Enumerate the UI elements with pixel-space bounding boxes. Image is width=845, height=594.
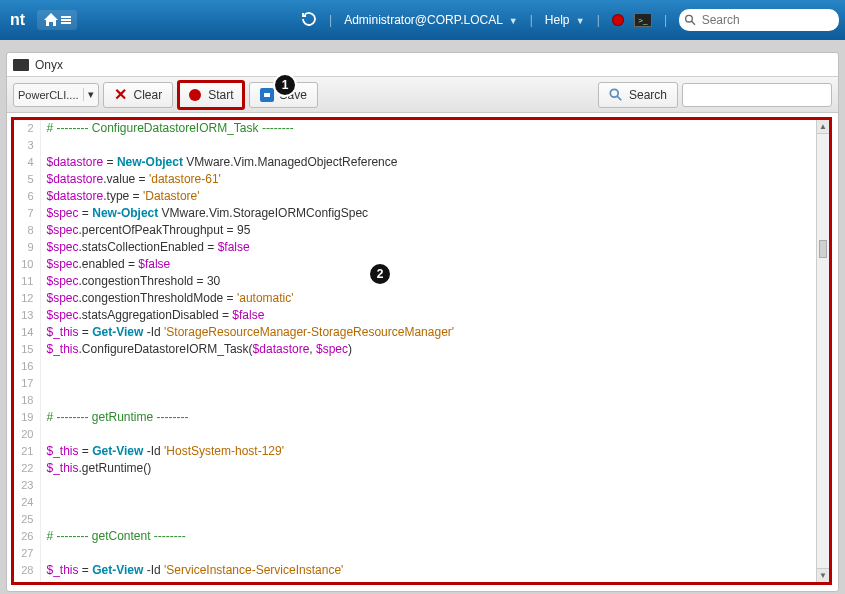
start-label: Start [208,88,233,102]
save-icon [260,88,274,102]
line-number: 6 [14,188,40,205]
chevron-down-icon: ▼ [576,16,585,26]
code-line: 8$spec.percentOfPeakThroughput = 95 [14,222,816,239]
code-line: 9$spec.statsCollectionEnabled = $false [14,239,816,256]
line-number: 27 [14,545,40,562]
code-line: 17 [14,375,816,392]
line-number: 23 [14,477,40,494]
code-line: 15$_this.ConfigureDatastoreIORM_Task($da… [14,341,816,358]
line-content[interactable]: $_this = Get-View -Id 'StorageResourceMa… [40,324,816,341]
global-search-input[interactable] [702,13,831,27]
terminal-icon[interactable]: >_ [634,13,652,27]
line-number: 16 [14,358,40,375]
user-menu[interactable]: Administrator@CORP.LOCAL ▼ [344,13,518,27]
line-number: 10 [14,256,40,273]
line-content[interactable] [40,375,816,392]
line-content[interactable]: $spec.statsCollectionEnabled = $false [40,239,816,256]
code-line: 14$_this = Get-View -Id 'StorageResource… [14,324,816,341]
line-number: 8 [14,222,40,239]
code-line: 13$spec.statsAggregationDisabled = $fals… [14,307,816,324]
line-content[interactable]: $_this.getRuntime() [40,460,816,477]
code-line: 19# -------- getRuntime -------- [14,409,816,426]
line-content[interactable]: $datastore.type = 'Datastore' [40,188,816,205]
search-button[interactable]: Search [598,82,678,108]
line-number: 4 [14,154,40,171]
onyx-icon [13,59,29,71]
line-content[interactable] [40,511,816,528]
record-status-icon[interactable] [612,14,624,26]
line-content[interactable]: $datastore = New-Object VMware.Vim.Manag… [40,154,816,171]
line-content[interactable]: $_this = Get-View -Id 'ServiceInstance-S… [40,562,816,579]
line-content[interactable]: # -------- getContent -------- [40,528,816,545]
svg-point-3 [686,15,693,22]
svg-line-4 [692,21,695,24]
code-line: 29$_this.getContent() [14,579,816,582]
code-line: 26# -------- getContent -------- [14,528,816,545]
line-content[interactable] [40,477,816,494]
line-number: 18 [14,392,40,409]
line-content[interactable]: $_this.getContent() [40,579,816,582]
line-number: 25 [14,511,40,528]
code-line: 12$spec.congestionThresholdMode = 'autom… [14,290,816,307]
separator: | [329,13,332,27]
line-content[interactable] [40,137,816,154]
code-line: 5$datastore.value = 'datastore-61' [14,171,816,188]
line-content[interactable]: # -------- getRuntime -------- [40,409,816,426]
scrollbar-thumb[interactable] [819,240,827,258]
line-number: 24 [14,494,40,511]
svg-line-6 [617,96,621,100]
language-select[interactable]: PowerCLI.... ▾ [13,83,99,107]
code-line: 20 [14,426,816,443]
global-search[interactable] [679,9,839,31]
line-number: 9 [14,239,40,256]
separator: | [530,13,533,27]
line-content[interactable]: $spec.congestionThresholdMode = 'automat… [40,290,816,307]
code-line: 10$spec.enabled = $false [14,256,816,273]
code-line: 24 [14,494,816,511]
scrollbar-down-arrow[interactable]: ▼ [817,568,829,582]
svg-rect-0 [61,16,71,18]
line-content[interactable]: $spec.percentOfPeakThroughput = 95 [40,222,816,239]
line-number: 17 [14,375,40,392]
line-content[interactable] [40,358,816,375]
annotation-badge-1: 1 [273,73,297,97]
line-content[interactable] [40,545,816,562]
line-number: 11 [14,273,40,290]
refresh-button[interactable] [301,11,317,30]
toolbar-search-input[interactable] [682,83,832,107]
hamburger-icon [61,15,71,25]
onyx-panel: Onyx PowerCLI.... ▾ ✕ Clear Start Save S… [6,52,839,592]
line-number: 12 [14,290,40,307]
clear-button[interactable]: ✕ Clear [103,82,174,108]
code-line: 23 [14,477,816,494]
svg-rect-2 [61,22,71,24]
line-content[interactable]: $_this = Get-View -Id 'HostSystem-host-1… [40,443,816,460]
code-line: 4$datastore = New-Object VMware.Vim.Mana… [14,154,816,171]
code-scroll[interactable]: 2# -------- ConfigureDatastoreIORM_Task … [14,120,816,582]
line-number: 19 [14,409,40,426]
line-content[interactable]: $spec.statsAggregationDisabled = $false [40,307,816,324]
line-content[interactable]: $spec = New-Object VMware.Vim.StorageIOR… [40,205,816,222]
line-content[interactable]: $datastore.value = 'datastore-61' [40,171,816,188]
user-label: Administrator@CORP.LOCAL [344,13,502,27]
line-content[interactable]: # -------- ConfigureDatastoreIORM_Task -… [40,120,816,137]
line-content[interactable] [40,392,816,409]
code-line: 21$_this = Get-View -Id 'HostSystem-host… [14,443,816,460]
code-line: 27 [14,545,816,562]
code-line: 22$_this.getRuntime() [14,460,816,477]
scrollbar-up-arrow[interactable]: ▲ [817,120,829,134]
line-number: 21 [14,443,40,460]
line-content[interactable] [40,426,816,443]
help-menu[interactable]: Help ▼ [545,13,585,27]
line-content[interactable] [40,494,816,511]
line-content[interactable]: $spec.congestionThreshold = 30 [40,273,816,290]
home-button[interactable] [37,10,77,30]
code-line: 16 [14,358,816,375]
line-content[interactable]: $spec.enabled = $false [40,256,816,273]
help-label: Help [545,13,570,27]
x-icon: ✕ [114,88,128,102]
svg-point-5 [610,89,618,97]
line-content[interactable]: $_this.ConfigureDatastoreIORM_Task($data… [40,341,816,358]
start-button[interactable]: Start [177,80,244,110]
vertical-scrollbar[interactable]: ▲ ▼ [816,120,829,582]
